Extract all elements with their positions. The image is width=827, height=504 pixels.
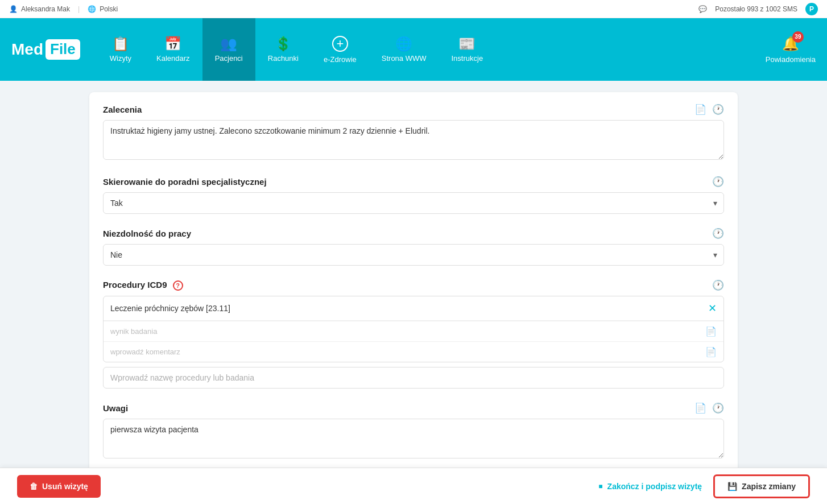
notifications-button[interactable]: 🔔 39 Powiadomienia xyxy=(766,36,816,64)
icd9-komentarz-doc-icon: 📄 xyxy=(705,346,717,357)
user-name: Aleksandra Mak xyxy=(21,5,70,13)
icd9-komentarz-input[interactable] xyxy=(110,348,700,356)
zalecenia-history-icon[interactable]: 🕐 xyxy=(712,104,724,115)
nav-label-kalendarz: Kalendarz xyxy=(156,54,190,63)
icd9-section: Procedury ICD9 ? 🕐 Leczenie próchnicy zę… xyxy=(103,279,724,389)
icd9-label: Procedury ICD9 ? xyxy=(103,280,183,291)
ezdrowie-icon: + xyxy=(332,36,348,52)
logo[interactable]: Med File xyxy=(11,39,80,59)
icd9-icons: 🕐 xyxy=(712,279,724,291)
skierowanie-select-wrapper: Tak Nie ▾ xyxy=(103,192,724,214)
nav-item-strona-www[interactable]: 🌐 Strona WWW xyxy=(369,18,439,81)
trash-icon: 🗑 xyxy=(30,482,38,491)
logo-text: Med File xyxy=(11,39,80,59)
skierowanie-history-icon[interactable]: 🕐 xyxy=(712,176,724,188)
niezdolnosc-icons: 🕐 xyxy=(712,228,724,239)
zalecenia-doc-icon[interactable]: 📄 xyxy=(694,104,706,115)
niezdolnosc-header: Niezdolność do pracy 🕐 xyxy=(103,228,724,239)
nav-right: 🔔 39 Powiadomienia xyxy=(766,36,816,64)
nav-label-rachunki: Rachunki xyxy=(268,54,299,63)
bell-icon: 🔔 39 xyxy=(782,36,799,52)
top-bar-right: 💬 Pozostało 993 z 1002 SMS P xyxy=(698,3,818,15)
nav-item-pacjenci[interactable]: 👥 Pacjenci xyxy=(202,18,255,81)
profile-button[interactable]: P xyxy=(805,3,818,15)
skierowanie-icons: 🕐 xyxy=(712,176,724,188)
nav-items: 📋 Wizyty 📅 Kalendarz 👥 Pacjenci 💲 Rachun… xyxy=(97,18,766,81)
niezdolnosc-select-wrapper: Tak Nie ▾ xyxy=(103,244,724,266)
strona-www-icon: 🌐 xyxy=(395,37,412,51)
uwagi-label: Uwagi xyxy=(103,403,128,413)
uwagi-icons: 📄 🕐 xyxy=(694,402,724,414)
niezdolnosc-section: Niezdolność do pracy 🕐 Tak Nie ▾ xyxy=(103,228,724,266)
user-icon: 👤 xyxy=(9,5,18,13)
top-bar: 👤 Aleksandra Mak | 🌐 Polski 💬 Pozostało … xyxy=(0,0,827,18)
zalecenia-header: Zalecenia 📄 🕐 xyxy=(103,104,724,115)
nav-item-kalendarz[interactable]: 📅 Kalendarz xyxy=(144,18,202,81)
skierowanie-header: Skierowanie do poradni specjalistycznej … xyxy=(103,176,724,188)
logo-file: File xyxy=(46,39,80,59)
nav-label-instrukcje: Instrukcje xyxy=(452,54,483,63)
sms-count: Pozostało 993 z 1002 SMS xyxy=(715,5,797,13)
niezdolnosc-label: Niezdolność do pracy xyxy=(103,229,191,238)
icd9-add-input[interactable] xyxy=(103,367,724,389)
notifications-badge: 39 xyxy=(792,31,804,43)
icd9-wynik-field: 📄 xyxy=(104,321,723,341)
pacjenci-icon: 👥 xyxy=(220,37,237,51)
save-changes-button[interactable]: 💾 Zapisz zmiany xyxy=(713,474,810,498)
icd9-subfields: 📄 📄 xyxy=(104,321,723,362)
icd9-help-icon[interactable]: ? xyxy=(173,280,183,291)
bottom-bar: 🗑 Usuń wizytę Zakończ i podpisz wizytę 💾… xyxy=(0,468,827,504)
skierowanie-label: Skierowanie do poradni specjalistycznej xyxy=(103,177,267,187)
nav-item-ezdrowie[interactable]: + e-Zdrowie xyxy=(311,18,369,81)
zalecenia-label: Zalecenia xyxy=(103,105,142,114)
logo-med: Med xyxy=(11,40,43,59)
icd9-wynik-doc-icon: 📄 xyxy=(705,326,717,337)
nav-label-wizyty: Wizyty xyxy=(110,54,131,63)
save-label: Zapisz zmiany xyxy=(742,482,796,491)
bottom-right: Zakończ i podpisz wizytę 💾 Zapisz zmiany xyxy=(598,474,810,498)
instrukcje-icon: 📰 xyxy=(458,37,475,51)
divider: | xyxy=(78,5,80,13)
zalecenia-textarea[interactable]: Instruktaż higieny jamy ustnej. Zalecono… xyxy=(103,120,724,160)
nav-item-instrukcje[interactable]: 📰 Instrukcje xyxy=(439,18,496,81)
finish-visit-button[interactable]: Zakończ i podpisz wizytę xyxy=(598,482,702,491)
uwagi-history-icon[interactable]: 🕐 xyxy=(712,402,724,414)
nav-item-wizyty[interactable]: 📋 Wizyty xyxy=(97,18,144,81)
icd9-close-button[interactable]: ✕ xyxy=(708,302,717,315)
skierowanie-select[interactable]: Tak Nie xyxy=(103,192,724,214)
zalecenia-section: Zalecenia 📄 🕐 Instruktaż higieny jamy us… xyxy=(103,104,724,162)
form-card: Zalecenia 📄 🕐 Instruktaż higieny jamy us… xyxy=(89,92,738,486)
notifications-label: Powiadomienia xyxy=(766,55,816,64)
icd9-history-icon[interactable]: 🕐 xyxy=(712,279,724,291)
uwagi-textarea[interactable]: pierwsza wizyta pacjenta xyxy=(103,419,724,458)
delete-label: Usuń wizytę xyxy=(42,482,88,491)
niezdolnosc-history-icon[interactable]: 🕐 xyxy=(712,228,724,239)
nav-item-rachunki[interactable]: 💲 Rachunki xyxy=(255,18,311,81)
delete-visit-button[interactable]: 🗑 Usuń wizytę xyxy=(17,475,101,498)
icd9-wynik-input[interactable] xyxy=(110,327,700,336)
icd9-entry-title: Leczenie próchnicy zębów [23.11] xyxy=(110,304,230,313)
icd9-entry-header: Leczenie próchnicy zębów [23.11] ✕ xyxy=(104,296,723,321)
main-nav: Med File 📋 Wizyty 📅 Kalendarz 👥 Pacjenci… xyxy=(0,18,827,81)
kalendarz-icon: 📅 xyxy=(164,37,181,51)
uwagi-header: Uwagi 📄 🕐 xyxy=(103,402,724,414)
save-icon: 💾 xyxy=(727,482,737,491)
globe-icon: 🌐 xyxy=(88,5,96,13)
icd9-komentarz-field: 📄 xyxy=(104,341,723,362)
nav-label-pacjenci: Pacjenci xyxy=(215,54,243,63)
uwagi-doc-icon[interactable]: 📄 xyxy=(694,402,706,414)
top-bar-left: 👤 Aleksandra Mak | 🌐 Polski xyxy=(9,5,118,13)
nav-label-ezdrowie: e-Zdrowie xyxy=(324,55,357,64)
wizyty-icon: 📋 xyxy=(112,37,129,51)
niezdolnosc-select[interactable]: Tak Nie xyxy=(103,244,724,266)
main-content: Zalecenia 📄 🕐 Instruktaż higieny jamy us… xyxy=(72,81,755,497)
skierowanie-section: Skierowanie do poradni specjalistycznej … xyxy=(103,176,724,214)
icd9-header: Procedury ICD9 ? 🕐 xyxy=(103,279,724,291)
finish-label: Zakończ i podpisz wizytę xyxy=(607,482,702,491)
profile-circle: P xyxy=(805,3,818,15)
icd9-entry: Leczenie próchnicy zębów [23.11] ✕ 📄 📄 xyxy=(103,296,724,362)
nav-label-strona-www: Strona WWW xyxy=(382,54,427,63)
language-label: Polski xyxy=(100,5,118,13)
sms-icon: 💬 xyxy=(698,5,707,13)
rachunki-icon: 💲 xyxy=(275,37,292,51)
